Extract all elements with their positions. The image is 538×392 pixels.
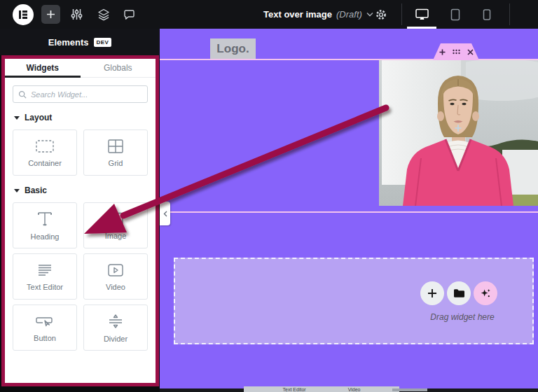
video-icon — [106, 262, 125, 278]
device-mobile-button[interactable] — [473, 0, 501, 29]
panel-header: Elements DEV — [0, 29, 160, 55]
empty-container-drop-zone[interactable]: Drag widget here — [174, 258, 534, 344]
text-editor-icon — [36, 262, 54, 278]
section-border-bottom — [160, 211, 538, 213]
gear-icon — [375, 8, 387, 21]
panel-collapse-toggle[interactable] — [160, 202, 170, 225]
panel-tabs: Widgets Globals — [5, 59, 156, 78]
elementor-logo-icon — [13, 4, 34, 25]
collapse-caret-icon — [14, 116, 20, 120]
section-layout-header[interactable]: Layout — [14, 113, 148, 122]
hero-image[interactable] — [379, 60, 538, 206]
toolbar-divider — [509, 4, 510, 25]
elementor-menu-button[interactable] — [12, 0, 34, 29]
dev-badge: DEV — [94, 38, 112, 47]
panel-title: Elements — [48, 37, 89, 48]
section-layout: Layout Container Grid — [5, 113, 156, 176]
add-element-button[interactable] — [41, 0, 60, 29]
site-settings-button[interactable] — [69, 0, 84, 29]
section-title: Layout — [25, 113, 52, 122]
document-switcher[interactable]: Text over image (Draft) — [263, 0, 373, 29]
site-logo[interactable]: Logo. — [210, 38, 256, 59]
close-icon[interactable] — [467, 49, 474, 55]
device-desktop-button[interactable] — [408, 0, 436, 29]
widget-card-heading[interactable]: Heading — [13, 202, 77, 248]
chevron-left-icon — [163, 211, 167, 217]
add-template-button[interactable] — [447, 281, 471, 305]
structure-button[interactable] — [96, 0, 111, 29]
widget-search-box[interactable] — [13, 85, 148, 103]
drag-widget-hint: Drag widget here — [406, 312, 518, 322]
widget-card-text-editor[interactable]: Text Editor — [13, 253, 77, 300]
widget-card-button[interactable]: Button — [13, 304, 77, 351]
top-bar: Text over image (Draft) — [0, 0, 538, 29]
notes-button[interactable] — [122, 0, 137, 29]
ai-sparkle-icon — [479, 287, 492, 300]
active-tab-indicator — [5, 76, 81, 78]
sliders-icon — [70, 8, 83, 21]
add-icon[interactable] — [439, 49, 446, 55]
collapse-caret-icon — [14, 189, 20, 192]
comment-icon — [123, 8, 136, 21]
add-widget-icon — [427, 288, 437, 298]
widget-card-video[interactable]: Video — [83, 253, 148, 300]
toolbar-divider — [401, 4, 402, 25]
document-status: (Draft) — [336, 9, 362, 20]
ai-builder-button[interactable] — [474, 281, 497, 305]
document-settings-button[interactable] — [372, 0, 390, 29]
section-title: Basic — [25, 186, 47, 195]
drag-handle-icon[interactable] — [453, 49, 460, 55]
search-icon — [18, 90, 27, 99]
folder-icon — [453, 288, 465, 298]
tab-widgets[interactable]: Widgets — [5, 59, 81, 77]
image-icon — [106, 211, 125, 227]
widget-card-image[interactable]: Image — [83, 202, 148, 248]
widget-card-grid[interactable]: Grid — [83, 130, 148, 176]
tablet-icon — [448, 8, 462, 22]
widget-card-container[interactable]: Container — [13, 130, 77, 176]
heading-icon — [36, 211, 54, 227]
widgets-panel: Widgets Globals Layout Container Grid Ba… — [1, 55, 159, 386]
container-handle[interactable] — [433, 43, 479, 60]
device-tablet-button[interactable] — [441, 0, 469, 29]
document-title: Text over image — [263, 9, 332, 20]
bottom-crop-artifact-piece — [392, 388, 427, 391]
add-widget-button[interactable] — [420, 281, 444, 305]
tab-globals[interactable]: Globals — [81, 59, 156, 77]
widget-card-divider[interactable]: Divider — [83, 304, 148, 351]
container-icon — [34, 139, 55, 154]
editor-canvas: Logo. — [160, 29, 538, 392]
mobile-icon — [480, 8, 494, 22]
section-basic-header[interactable]: Basic — [14, 186, 148, 195]
section-basic: Basic Heading Image Text Editor Video Bu… — [5, 186, 156, 351]
button-icon — [35, 314, 55, 329]
bottom-crop-artifact-panel: Text Editor Video — [244, 386, 399, 392]
search-input[interactable] — [31, 90, 142, 99]
grid-icon — [106, 139, 125, 154]
desktop-icon — [415, 8, 429, 21]
layers-icon — [97, 8, 111, 22]
divider-icon — [106, 313, 125, 330]
plus-icon — [41, 5, 60, 24]
active-device-indicator — [407, 27, 436, 29]
